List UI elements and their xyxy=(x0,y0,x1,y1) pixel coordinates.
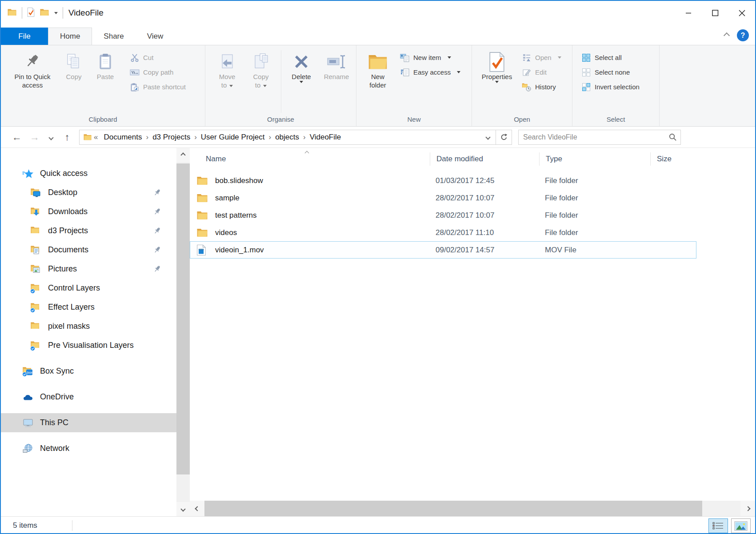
file-row[interactable]: bob.slideshow 01/03/2017 12:45 File fold… xyxy=(190,172,696,189)
qat-new-folder-icon[interactable] xyxy=(40,8,49,18)
details-view-button[interactable] xyxy=(708,518,728,533)
sidebar-item-pixel-masks[interactable]: pixel masks xyxy=(1,317,176,336)
ribbon-subdivider xyxy=(281,50,281,113)
minimize-button[interactable] xyxy=(675,1,702,25)
sidebar-item-d3-projects[interactable]: d3 Projects xyxy=(1,221,176,240)
copy-to-button[interactable]: Copy to xyxy=(244,50,277,90)
collapse-ribbon-icon[interactable] xyxy=(724,32,729,40)
up-button[interactable]: ↑ xyxy=(59,132,76,143)
file-row[interactable]: sample 28/02/2017 10:07 File folder xyxy=(190,189,696,207)
properties-button[interactable]: Properties xyxy=(476,50,517,85)
column-header-size[interactable]: Size xyxy=(650,152,699,166)
rename-button[interactable]: Rename xyxy=(318,50,355,82)
file-row-selected[interactable]: videoin_1.mov 09/02/2017 14:57 MOV File xyxy=(190,241,696,259)
sidebar-item-network[interactable]: Network xyxy=(1,439,176,458)
sidebar-item-downloads[interactable]: Downloads xyxy=(1,202,176,221)
pinned-icon xyxy=(153,246,161,256)
breadcrumb-item[interactable]: objects xyxy=(271,133,303,142)
column-header-name[interactable]: Name xyxy=(190,155,430,163)
back-button[interactable]: ← xyxy=(8,132,26,143)
history-button[interactable]: History xyxy=(519,80,564,94)
scroll-right-button[interactable] xyxy=(740,501,755,516)
move-to-icon xyxy=(218,51,236,72)
sidebar-item-documents[interactable]: Documents xyxy=(1,240,176,259)
large-icons-view-button[interactable] xyxy=(731,518,751,533)
scroll-left-button[interactable] xyxy=(190,501,204,516)
new-item-button[interactable]: New item xyxy=(397,50,463,65)
column-headers: Name Date modified Type Size xyxy=(190,151,755,167)
mov-file-icon xyxy=(196,245,208,255)
breadcrumb-item[interactable]: User Guide Project xyxy=(197,133,269,142)
search-box[interactable] xyxy=(518,130,681,145)
sidebar-item-box-sync[interactable]: box Box Sync xyxy=(1,362,176,381)
edit-button[interactable]: Edit xyxy=(519,65,564,80)
breadcrumb-item[interactable]: VideoFile xyxy=(306,133,345,142)
move-to-button[interactable]: Move to xyxy=(210,50,244,90)
invert-selection-icon xyxy=(581,83,591,92)
qat-customize-caret-icon[interactable] xyxy=(54,9,58,17)
dropdown-caret-icon xyxy=(495,81,499,83)
select-all-button[interactable]: Select all xyxy=(579,50,642,65)
group-label-clipboard: Clipboard xyxy=(1,116,205,123)
tab-view[interactable]: View xyxy=(136,28,175,45)
forward-button[interactable]: → xyxy=(26,132,44,143)
sidebar-item-desktop[interactable]: Desktop xyxy=(1,183,176,202)
maximize-button[interactable] xyxy=(702,1,728,25)
sidebar-item-pictures[interactable]: Pictures xyxy=(1,259,176,279)
paste-button[interactable]: Paste xyxy=(89,50,122,82)
search-icon[interactable] xyxy=(664,133,680,141)
synced-folder-icon xyxy=(30,283,42,294)
address-bar[interactable]: « Documents › d3 Projects › User Guide P… xyxy=(79,130,496,145)
invert-selection-button[interactable]: Invert selection xyxy=(579,80,642,94)
paste-shortcut-button[interactable]: Paste shortcut xyxy=(127,80,188,94)
scroll-up-button[interactable] xyxy=(176,148,190,162)
file-row[interactable]: videos 28/02/2017 11:10 File folder xyxy=(190,224,696,241)
scrollbar-thumb[interactable] xyxy=(176,163,190,474)
sidebar-item-control-layers[interactable]: Control Layers xyxy=(1,279,176,298)
quick-access-star-icon xyxy=(22,168,34,179)
easy-access-button[interactable]: Easy access xyxy=(397,65,463,80)
recent-locations-caret-icon[interactable] xyxy=(44,133,59,141)
sidebar-item-effect-layers[interactable]: Effect Layers xyxy=(1,298,176,317)
qat-properties-icon[interactable] xyxy=(27,8,35,19)
column-header-date-modified[interactable]: Date modified xyxy=(430,152,539,166)
copy-button[interactable]: Copy xyxy=(59,50,89,82)
navigation-bar: ← → ↑ « Documents › d3 Projects › User G… xyxy=(1,127,755,148)
file-row[interactable]: test patterns 28/02/2017 10:07 File fold… xyxy=(190,207,696,224)
delete-button[interactable]: Delete xyxy=(285,50,318,85)
tab-home[interactable]: Home xyxy=(48,28,92,45)
breadcrumb-overflow-chevron[interactable]: « xyxy=(92,133,100,142)
select-none-button[interactable]: Select none xyxy=(579,65,642,80)
column-header-type[interactable]: Type xyxy=(539,152,650,166)
tab-file[interactable]: File xyxy=(1,28,48,45)
sidebar-scrollbar[interactable] xyxy=(176,148,190,516)
new-folder-button[interactable]: New folder xyxy=(362,50,394,90)
refresh-button[interactable] xyxy=(496,130,512,145)
status-divider xyxy=(72,520,72,531)
copy-to-icon xyxy=(252,51,270,72)
open-button[interactable]: Open xyxy=(519,50,564,65)
copy-path-button[interactable]: Copy path xyxy=(127,65,188,80)
scroll-down-button[interactable] xyxy=(176,502,190,516)
dropdown-caret-icon xyxy=(457,71,460,73)
scrollbar-thumb[interactable] xyxy=(204,501,702,516)
dropdown-caret-icon xyxy=(229,85,233,87)
desktop-folder-icon xyxy=(30,187,42,198)
easy-access-icon xyxy=(400,68,410,77)
help-button[interactable]: ? xyxy=(737,29,749,41)
breadcrumb-item[interactable]: d3 Projects xyxy=(148,133,194,142)
close-button[interactable] xyxy=(728,1,755,25)
horizontal-scrollbar[interactable] xyxy=(190,501,755,516)
sidebar-item-onedrive[interactable]: OneDrive xyxy=(1,387,176,406)
sidebar-item-pre-visualisation-layers[interactable]: Pre Visualisation Layers xyxy=(1,336,176,355)
breadcrumb-item[interactable]: Documents xyxy=(100,133,146,142)
search-input[interactable] xyxy=(519,133,664,141)
cut-button[interactable]: Cut xyxy=(127,50,188,65)
tab-share[interactable]: Share xyxy=(92,28,135,45)
pin-to-quick-access-button[interactable]: Pin to Quick access xyxy=(6,50,59,90)
downloads-folder-icon xyxy=(30,207,42,217)
sidebar-item-this-pc[interactable]: This PC xyxy=(1,413,176,432)
address-dropdown-caret-icon[interactable] xyxy=(480,135,496,139)
dropdown-caret-icon xyxy=(263,85,267,87)
sidebar-item-quick-access[interactable]: Quick access xyxy=(1,164,176,183)
